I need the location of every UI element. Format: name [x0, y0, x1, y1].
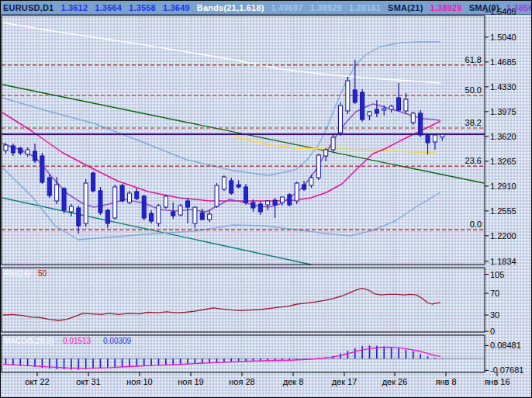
candle-body-bull [440, 134, 444, 137]
fib-level-label: 38.2 [465, 118, 482, 127]
candle-body-bear [375, 109, 378, 113]
candle-body-bull [4, 145, 8, 151]
candle-body-bear [426, 135, 430, 143]
candle-body-bull [411, 113, 415, 123]
candle-body-bull [178, 206, 182, 215]
date-label: окт 31 [76, 377, 100, 386]
candle [302, 181, 306, 191]
grid-lines [2, 16, 485, 372]
candle [440, 133, 444, 141]
candle [389, 105, 393, 112]
candle [120, 184, 124, 202]
candle-body-bear [19, 148, 22, 153]
price-axis-label: 1.3975 [490, 107, 516, 116]
candle-body-bear [361, 92, 364, 119]
candle-body-bear [200, 213, 204, 220]
candle-body-bull [193, 207, 197, 223]
candle [178, 204, 182, 216]
candle-body-bull [389, 106, 393, 109]
candle [404, 93, 408, 114]
candle-body-bull [84, 183, 88, 223]
candle [230, 178, 233, 195]
candle-body-bull [368, 112, 371, 116]
candle [33, 144, 37, 163]
candle-body-bear [105, 210, 109, 223]
candle [338, 102, 342, 136]
price-axis: 1.54051.50401.46851.43301.39751.36201.32… [485, 7, 516, 266]
candle-body-bull [222, 177, 226, 189]
candle-body-bear [258, 204, 262, 212]
candle-body-bear [92, 173, 95, 191]
price-axis-label: 1.4685 [490, 57, 516, 67]
price-axis-label: 1.2910 [490, 182, 516, 191]
candle [150, 210, 154, 223]
candle-body-bear [98, 191, 102, 213]
candle-body-bull [266, 201, 270, 205]
macd-signal-value: 0.01513 [63, 337, 92, 345]
candle [193, 206, 197, 228]
candle-body-bear [273, 200, 277, 205]
candle [258, 201, 262, 215]
rsi-axis-label: 30 [490, 310, 499, 320]
candle-body-bear [251, 202, 255, 208]
candle-body-bear [171, 212, 175, 216]
candle-body-bear [33, 151, 37, 161]
candle [280, 196, 284, 206]
price-axis-label: 1.2200 [490, 231, 516, 241]
candle-body-bear [302, 185, 306, 189]
fib-level-label: 23.6 [465, 156, 482, 165]
macd-signal-line [3, 348, 440, 369]
rsi-panel-frame[interactable] [2, 268, 485, 332]
candle-body-bull [55, 185, 59, 201]
candle-body-bear [186, 201, 190, 207]
price-axis-label: 1.1834 [490, 257, 516, 266]
candle-body-bull [324, 150, 328, 156]
candle [26, 147, 29, 157]
candle-body-bull [127, 193, 131, 202]
candle-body-bear [120, 185, 124, 201]
date-label: ноя 10 [126, 377, 152, 386]
date-axis: окт 22окт 31ноя 10ноя 19ноя 28дек 8дек 1… [25, 372, 510, 386]
date-label: окт 22 [25, 377, 49, 386]
price-axis-label: 1.5405 [490, 7, 516, 16]
candle-body-bull [164, 196, 168, 207]
candle [295, 182, 299, 204]
candle-body-bull [338, 106, 342, 133]
candle [397, 83, 401, 112]
date-label: янв 8 [435, 377, 456, 386]
candle-body-bull [346, 81, 350, 111]
price-axis-label: 1.3620 [490, 132, 516, 141]
candle [11, 144, 15, 156]
candle-body-bull [157, 206, 161, 223]
candle [288, 193, 292, 206]
price-axis-label: 1.5040 [490, 33, 516, 42]
candle-body-bear [62, 189, 66, 210]
macd-panel: 0.08481-0.07681MACD(5,26,5)0.015130.0030… [2, 337, 523, 375]
candle [266, 200, 270, 210]
candle [353, 60, 357, 104]
candle [40, 153, 44, 184]
candle-body-bear [397, 98, 401, 110]
rsi-axis-label: 70 [490, 289, 499, 298]
candle [433, 134, 437, 150]
candle [186, 198, 190, 223]
date-label: янв 16 [484, 377, 510, 386]
candle [309, 175, 313, 188]
candle-body-bear [77, 208, 81, 226]
date-label: ноя 28 [229, 377, 254, 386]
macd-axis-label: -0.07681 [490, 365, 523, 375]
candle [331, 135, 335, 153]
sma9-line [2, 104, 440, 212]
chart-canvas[interactable]: 61.850.038.223.60.01.54051.50401.46851.4… [1, 1, 532, 398]
sma21-line [2, 112, 440, 201]
main-panel-frame[interactable] [2, 16, 485, 265]
candle-body-bull [26, 150, 29, 154]
candle-body-bull [215, 185, 219, 206]
candle-body-bull [113, 187, 117, 218]
candle [69, 204, 73, 216]
candle-body-bear [142, 196, 146, 218]
rsi-level-value: 50 [38, 269, 47, 278]
candle-body-bear [40, 156, 44, 182]
candle [426, 133, 430, 154]
date-label: дек 8 [283, 377, 304, 386]
